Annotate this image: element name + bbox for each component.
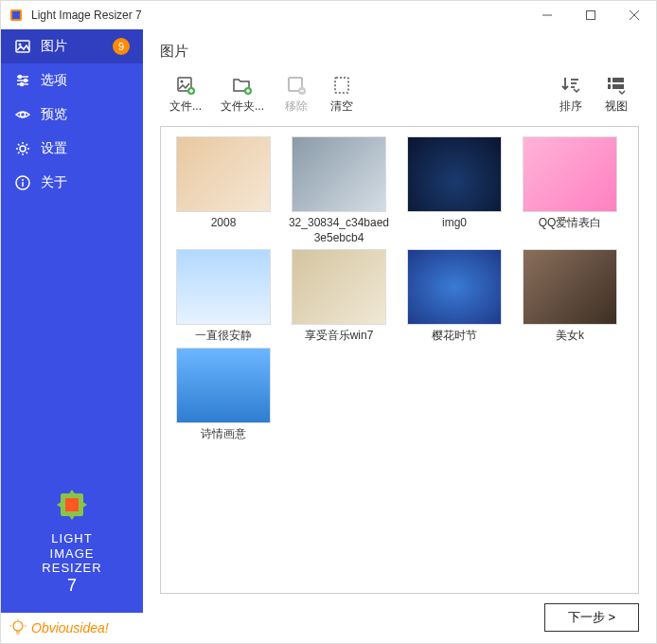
thumbnail-caption: 美女k [556, 329, 584, 344]
thumbnail-caption: 樱花时节 [432, 329, 477, 344]
view-icon [605, 74, 628, 97]
svg-point-13 [21, 83, 24, 86]
toolbar: 文件...文件夹...移除清空 排序视图 [160, 70, 639, 124]
sidebar-logo: LIGHT IMAGE RESIZER 7 [1, 476, 143, 613]
window-controls [525, 1, 656, 29]
sidebar-item-info[interactable]: 关于 [1, 166, 143, 200]
sidebar-item-image[interactable]: 图片9 [1, 29, 143, 63]
svg-point-11 [19, 76, 22, 79]
maximize-button[interactable] [569, 1, 613, 29]
next-button[interactable]: 下一步 > [544, 603, 639, 632]
titlebar: Light Image Resizer 7 [1, 1, 656, 29]
thumbnail[interactable]: 享受音乐win7 [282, 249, 396, 344]
thumbnail-caption: 享受音乐win7 [305, 329, 374, 344]
svg-marker-20 [68, 490, 76, 495]
sidebar-item-label: 选项 [41, 72, 67, 89]
close-button[interactable] [613, 1, 656, 29]
svg-marker-22 [57, 501, 62, 509]
toolbar-file-add-button[interactable]: 文件... [160, 70, 211, 118]
minimize-button[interactable] [525, 1, 569, 29]
thumbnail-caption: 2008 [211, 216, 237, 231]
sort-icon [559, 74, 582, 97]
thumbnail-image [176, 348, 271, 423]
thumbnail-image [292, 136, 386, 212]
toolbar-label: 移除 [285, 98, 308, 115]
thumbnail-image [523, 249, 617, 325]
lightbulb-icon [9, 618, 27, 637]
page-title: 图片 [160, 43, 639, 61]
toolbar-label: 视图 [605, 98, 628, 115]
toolbar-clear-button[interactable]: 清空 [319, 70, 364, 118]
thumbnail-image [176, 249, 271, 325]
toolbar-folder-add-button[interactable]: 文件夹... [211, 70, 274, 118]
svg-point-15 [20, 146, 26, 152]
svg-point-25 [13, 621, 23, 631]
thumbnail-caption: 一直很安静 [195, 329, 252, 344]
svg-point-17 [22, 179, 24, 181]
image-icon [14, 38, 31, 55]
toolbar-sort-button[interactable]: 排序 [548, 70, 594, 118]
thumbnail[interactable]: 32_30834_c34baed3e5ebcb4 [282, 136, 396, 245]
svg-point-14 [21, 113, 26, 117]
svg-rect-47 [608, 78, 611, 82]
toolbar-label: 文件... [169, 98, 202, 115]
file-add-icon [174, 74, 197, 97]
svg-marker-23 [81, 501, 87, 509]
eye-icon [14, 106, 31, 123]
thumbnail[interactable]: 诗情画意 [167, 348, 280, 442]
sidebar-item-label: 预览 [41, 106, 67, 123]
clear-icon [330, 74, 353, 97]
toolbar-remove-button: 移除 [274, 70, 319, 118]
thumbnail-image [176, 136, 271, 212]
thumbnail[interactable]: 2008 [167, 136, 280, 245]
content-area: 图片 文件...文件夹...移除清空 排序视图 200832_30834_c34… [143, 29, 656, 643]
image-gallery: 200832_30834_c34baed3e5ebcb4img0QQ爱情表白一直… [160, 126, 639, 594]
toolbar-label: 文件夹... [221, 98, 264, 115]
thumbnail-image [523, 136, 617, 212]
app-icon [9, 8, 24, 23]
thumbnail[interactable]: QQ爱情表白 [513, 136, 627, 245]
thumbnail-caption: QQ爱情表白 [539, 216, 602, 231]
info-icon [14, 174, 31, 191]
svg-marker-21 [68, 514, 76, 520]
svg-rect-3 [587, 11, 595, 20]
svg-point-12 [25, 80, 27, 82]
count-badge: 9 [113, 38, 130, 55]
thumbnail-image [292, 249, 386, 325]
thumbnail[interactable]: 樱花时节 [398, 249, 511, 344]
sidebar-item-label: 关于 [41, 174, 67, 191]
thumbnail-caption: 诗情画意 [201, 427, 246, 442]
thumbnail[interactable]: img0 [398, 136, 511, 245]
sidebar-footer[interactable]: Obviousidea! [1, 613, 143, 643]
toolbar-view-button[interactable]: 视图 [594, 70, 639, 118]
svg-rect-48 [613, 78, 624, 82]
sliders-icon [14, 72, 31, 89]
sidebar: 图片9选项预览设置关于 LIGHT IMAGE RESIZER 7 Obviou… [1, 29, 143, 643]
svg-rect-49 [608, 84, 611, 89]
svg-point-32 [181, 80, 184, 83]
remove-icon [285, 74, 308, 97]
sidebar-item-gear[interactable]: 设置 [1, 132, 143, 166]
svg-rect-42 [335, 78, 348, 93]
thumbnail-caption: 32_30834_c34baed3e5ebcb4 [287, 216, 391, 245]
thumbnail[interactable]: 一直很安静 [167, 249, 280, 344]
sidebar-item-sliders[interactable]: 选项 [1, 63, 143, 98]
sidebar-item-label: 图片 [41, 38, 67, 55]
toolbar-label: 排序 [559, 98, 582, 115]
thumbnail-image [407, 136, 502, 212]
toolbar-label: 清空 [330, 98, 353, 115]
thumbnail[interactable]: 美女k [513, 249, 627, 344]
thumbnail-caption: img0 [442, 216, 467, 231]
svg-rect-24 [65, 498, 79, 511]
sidebar-item-label: 设置 [41, 140, 67, 157]
app-title: Light Image Resizer 7 [31, 9, 525, 22]
svg-rect-50 [613, 84, 624, 89]
folder-add-icon [231, 74, 254, 97]
gear-icon [14, 140, 31, 157]
sidebar-item-eye[interactable]: 预览 [1, 98, 143, 132]
thumbnail-image [407, 249, 502, 325]
svg-rect-1 [12, 11, 20, 19]
